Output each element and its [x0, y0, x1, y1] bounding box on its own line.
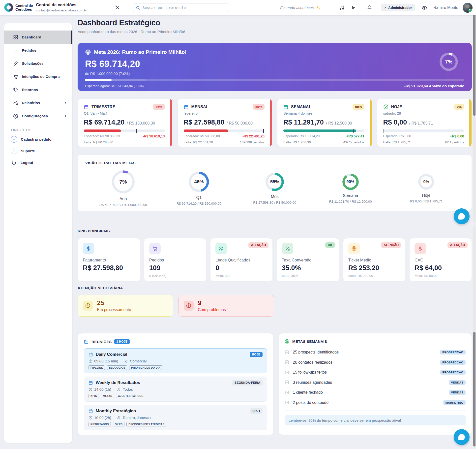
brand-email: contato@centraldecertidoes.com.br [36, 8, 87, 12]
meeting-name: Daily Comercial [96, 352, 127, 357]
meeting-item[interactable]: Weekly de Resultados SEGUNDA-FEIRA 14:00… [84, 377, 267, 402]
alert-label: Com problemas [198, 308, 226, 312]
goal-card-period: Semana 4 do mês [283, 111, 364, 115]
play-icon[interactable] [351, 0, 356, 15]
target-icon [285, 339, 290, 344]
goals-divider [285, 411, 466, 411]
checkbox-icon[interactable] [285, 370, 289, 375]
meeting-tag: BLOQUEIOS [107, 365, 127, 370]
music-icon[interactable] [339, 0, 344, 15]
goal-card-target: / R$ 150.000,00 [127, 121, 155, 126]
role-selector[interactable]: ✓ Administrador [381, 4, 415, 11]
sidebar-link-cadastrar-pedido[interactable]: Cadastrar pedido [4, 133, 72, 145]
plus-circle-icon [11, 136, 17, 143]
checkbox-icon[interactable] [285, 350, 289, 355]
check-circle-icon [383, 104, 388, 109]
cart-icon [13, 74, 18, 79]
sidebar-item-dashboard[interactable]: Dashboard [4, 31, 72, 44]
checkbox-icon[interactable] [285, 360, 289, 365]
kpi-icon [83, 243, 94, 254]
meeting-tag: METAS [101, 394, 114, 398]
goal-card-value: R$ 27.598,80 [184, 119, 225, 126]
undo-icon [13, 87, 18, 92]
meeting-time: 09:00 (15 min) [89, 359, 118, 363]
goal-card-value: R$ 0,00 [383, 119, 407, 126]
search-input[interactable] [143, 6, 226, 10]
checkbox-icon[interactable] [285, 400, 289, 405]
scrollbar-thumb[interactable] [473, 332, 476, 447]
checkbox-icon[interactable] [285, 380, 289, 385]
overview-donut: 46% Q1 R$ 69.714,20 / R$ 150.000,00 [161, 170, 237, 207]
overview-donut: 55% Mês R$ 27.598,80 / R$ 50.000,00 [237, 170, 313, 207]
meeting-item[interactable]: Daily Comercial HOJE 09:00 (15 min) Come… [84, 348, 267, 373]
weekly-goal-text: 25 prospects identificados [293, 350, 339, 354]
donut-values: R$ 0,00 / R$ 1.785,71 [410, 199, 443, 203]
weekly-goal-text: 3 reuniões agendadas [293, 380, 332, 385]
sidebar-item-solicitacoes[interactable]: Solicitações [4, 57, 72, 70]
gear-icon [13, 114, 18, 119]
goal-card-expected: Esperado: R$ 10.714,29 [283, 134, 320, 138]
goal-card-badge: 0% [454, 104, 464, 110]
sidebar-item-estornos[interactable]: Estornos [4, 83, 72, 96]
kpi-icon [215, 243, 227, 254]
sidebar-item-label: Dashboard [22, 35, 41, 39]
kpi-value: 109 [149, 264, 201, 272]
weekly-goal-item: 3 reuniões agendadas VENDAS [285, 378, 466, 388]
scrollbar-thumb[interactable] [473, 4, 476, 116]
sidebar-item-intencoes[interactable]: Intenções de Compra [4, 70, 72, 83]
goal-card-period: sábado, 28 [383, 111, 464, 115]
checkbox-icon[interactable] [285, 390, 289, 395]
chat-button[interactable] [454, 429, 470, 445]
kpi-status-badge: ATENÇÃO [447, 242, 468, 248]
donut-values: R$ 27.598,80 / R$ 50.000,00 [253, 201, 296, 204]
goal-card-target: / R$ 1.785,71 [409, 121, 433, 126]
weekly-goal-item: 1 cliente fechado VENDAS [285, 387, 466, 398]
meeting-time: 14:00 (1h) [89, 387, 111, 391]
goal-card-orders: 109/298 pedidos [240, 140, 265, 144]
sidebar-link-logout[interactable]: Logout [4, 157, 72, 168]
whatsapp-icon [11, 148, 17, 154]
brand-block: Central de certidões contato@centraldece… [36, 2, 87, 12]
goal-card-badge: 55% [253, 104, 265, 110]
search-box[interactable] [133, 3, 229, 12]
meetings-title: REUNIÕES [91, 340, 112, 344]
kpi-label: Pedidos [149, 258, 201, 262]
chat-button[interactable] [454, 208, 470, 224]
banner-title: Meta 2026: Rumo ao Primeiro Milhão! [94, 49, 186, 55]
pen-icon [13, 61, 18, 66]
chat-icon [458, 213, 465, 220]
kpi-value: R$ 27.598,80 [83, 264, 135, 272]
sidebar-item-configuracoes[interactable]: Configurações [4, 109, 72, 123]
power-icon [11, 160, 16, 165]
kpi-status-badge: ATENÇÃO [381, 242, 401, 248]
sidebar-item-label: Configurações [22, 114, 48, 118]
alert-circle-icon [184, 301, 194, 311]
goal-card-progress [383, 129, 464, 132]
weekly-goal-text: 2 posts de conteúdo [293, 400, 328, 405]
clock-icon [83, 301, 93, 311]
eye-icon[interactable] [421, 0, 427, 15]
donut-percent: 0% [418, 174, 434, 190]
weekly-goal-text: 20 contatos realizados [293, 360, 332, 365]
meta-banner: Meta 2026: Rumo ao Primeiro Milhão! R$ 6… [78, 43, 472, 91]
goal-card-expected: Esperado: R$ 0,00 [383, 134, 411, 138]
meeting-item[interactable]: Monthly Estratégico DIA 1 10:00 (2h) Ram… [84, 405, 267, 430]
calendar-icon [84, 104, 89, 109]
close-sidebar-icon[interactable] [115, 5, 120, 10]
calendar-icon [89, 352, 93, 357]
problems-alert-card[interactable]: 9 Com problemas [178, 295, 274, 317]
sidebar-item-relatorios[interactable]: Relatórios [4, 96, 72, 109]
kpi-value: R$ 253,20 [348, 264, 400, 272]
meeting-tag: KPIS [89, 394, 99, 398]
kpi-label: Ticket Médio [348, 258, 400, 262]
avatar[interactable] [463, 3, 473, 13]
sidebar-item-pedidos[interactable]: Pedidos [4, 44, 72, 57]
sidebar-link-suporte[interactable]: Suporte [4, 145, 72, 157]
goal-card-period: Q1 (Jan - Mar) [84, 111, 165, 115]
bell-icon[interactable] [367, 0, 372, 15]
user-name[interactable]: Ramiro Monte [433, 0, 458, 15]
goal-card-delta: -R$ 22.401,20 [242, 134, 265, 138]
alert-count: 9 [198, 299, 226, 307]
processing-alert-card[interactable]: 25 Em processamento [78, 295, 173, 317]
goal-card-progress [184, 129, 265, 132]
